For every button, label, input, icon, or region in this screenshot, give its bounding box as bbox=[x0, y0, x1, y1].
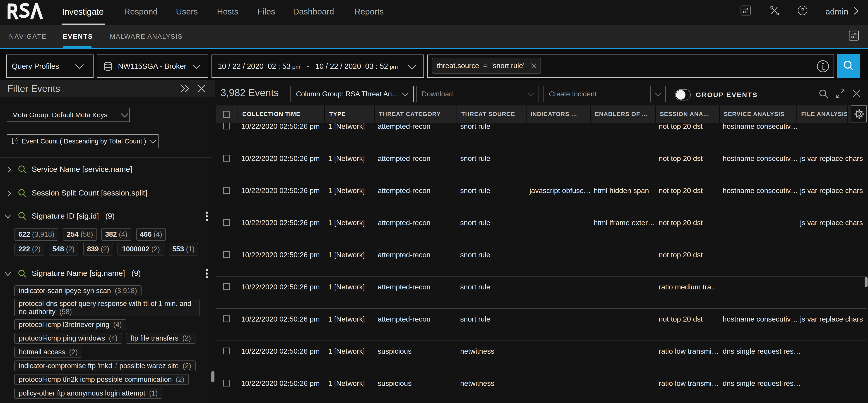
svg-text:A: A bbox=[16, 137, 18, 141]
svg-text:Z: Z bbox=[16, 142, 18, 146]
svg-text:?: ? bbox=[801, 7, 804, 14]
